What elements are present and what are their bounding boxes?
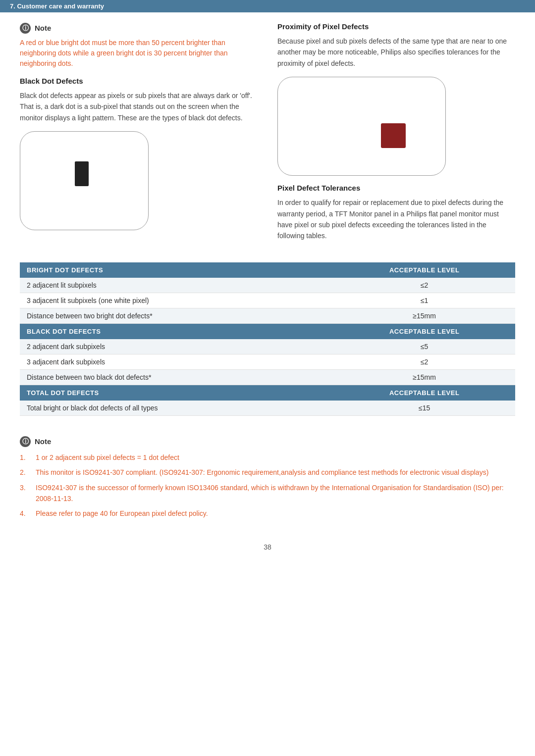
black-row-3-label: Distance between two black dot defects* <box>20 369 333 385</box>
black-dot-header-level: ACCEPTABLE LEVEL <box>333 323 515 339</box>
black-dot-header-label: BLACK DOT DEFECTS <box>20 323 333 339</box>
black-row-1-label: 2 adjacent dark subpixels <box>20 339 333 354</box>
tolerances-heading: Pixel Defect Tolerances <box>277 184 515 192</box>
bottom-note-title: Note <box>35 437 51 446</box>
black-row-3-value: ≥15mm <box>333 369 515 385</box>
bright-dot-header-row: BRIGHT DOT DEFECTS ACCEPTABLE LEVEL <box>20 262 515 278</box>
page-wrapper: 7. Customer care and warranty ⓘ Note A r… <box>0 0 535 756</box>
list-item: 1. 1 or 2 adjacent sub pixel defects = 1… <box>20 452 515 463</box>
note-title: Note <box>35 24 51 32</box>
section-header-text: 7. Customer care and warranty <box>10 2 104 10</box>
list-item: 3. ISO9241-307 is the successor of forme… <box>20 482 515 504</box>
proximity-heading: Proximity of Pixel Defects <box>277 22 515 31</box>
total-dot-header-label: TOTAL DOT DEFECTS <box>20 385 333 401</box>
total-dot-header-row: TOTAL DOT DEFECTS ACCEPTABLE LEVEL <box>20 385 515 401</box>
table-row: Distance between two bright dot defects*… <box>20 308 515 323</box>
left-column: ⓘ Note A red or blue bright dot must be … <box>20 22 272 248</box>
tolerances-section: Pixel Defect Tolerances In order to qual… <box>277 184 515 242</box>
bright-row-2-value: ≤1 <box>333 293 515 308</box>
list-item: 4. Please refer to page 40 for European … <box>20 508 515 519</box>
proximity-section: Proximity of Pixel Defects Because pixel… <box>277 22 515 69</box>
left-pixel-diagram <box>20 131 149 230</box>
right-pixel-dot <box>381 123 406 148</box>
total-row-1-label: Total bright or black dot defects of all… <box>20 401 333 416</box>
bright-dot-header-level: ACCEPTABLE LEVEL <box>333 262 515 278</box>
table-row: 2 adjacent lit subpixels ≤2 <box>20 278 515 293</box>
page-number: 38 <box>0 533 535 556</box>
bottom-note-icon: ⓘ <box>20 436 31 447</box>
black-dot-section: Black Dot Defects Black dot defects appe… <box>20 77 258 123</box>
black-dot-header-row: BLACK DOT DEFECTS ACCEPTABLE LEVEL <box>20 323 515 339</box>
note-icon: ⓘ <box>20 23 31 34</box>
bright-row-1-value: ≤2 <box>333 278 515 293</box>
list-item: 2. This monitor is ISO9241-307 compliant… <box>20 467 515 478</box>
left-pixel-dot <box>75 161 89 186</box>
black-row-2-label: 3 adjacent dark subpixels <box>20 354 333 369</box>
bottom-note-item-3: ISO9241-307 is the successor of formerly… <box>36 482 515 504</box>
note-header-row: ⓘ Note <box>20 22 258 34</box>
bright-row-2-label: 3 adjacent lit subpixels (one white pixe… <box>20 293 333 308</box>
black-dot-heading: Black Dot Defects <box>20 77 258 85</box>
black-dot-body: Black dot defects appear as pixels or su… <box>20 90 258 123</box>
section-header-bar: 7. Customer care and warranty <box>0 0 535 12</box>
bright-row-3-value: ≥15mm <box>333 308 515 323</box>
two-col-layout: ⓘ Note A red or blue bright dot must be … <box>0 12 535 252</box>
bottom-notes-section: ⓘ Note 1. 1 or 2 adjacent sub pixel defe… <box>0 426 535 533</box>
bottom-note-item-1: 1 or 2 adjacent sub pixel defects = 1 do… <box>36 452 179 463</box>
right-pixel-diagram <box>277 77 446 176</box>
bottom-note-list: 1. 1 or 2 adjacent sub pixel defects = 1… <box>20 452 515 519</box>
bright-row-3-label: Distance between two bright dot defects* <box>20 308 333 323</box>
bright-dot-header-label: BRIGHT DOT DEFECTS <box>20 262 333 278</box>
table-row: 3 adjacent lit subpixels (one white pixe… <box>20 293 515 308</box>
tolerances-body: In order to qualify for repair or replac… <box>277 197 515 242</box>
total-row-1-value: ≤15 <box>333 401 515 416</box>
total-dot-header-level: ACCEPTABLE LEVEL <box>333 385 515 401</box>
top-note-block: ⓘ Note A red or blue bright dot must be … <box>20 22 258 69</box>
bottom-note-item-2: This monitor is ISO9241-307 compliant. (… <box>36 467 488 478</box>
black-row-2-value: ≤2 <box>333 354 515 369</box>
bottom-note-header: ⓘ Note <box>20 436 515 447</box>
bright-row-1-label: 2 adjacent lit subpixels <box>20 278 333 293</box>
right-column: Proximity of Pixel Defects Because pixel… <box>272 22 515 248</box>
table-row: Distance between two black dot defects* … <box>20 369 515 385</box>
bottom-note-item-4: Please refer to page 40 for European pix… <box>36 508 208 519</box>
table-row: Total bright or black dot defects of all… <box>20 401 515 416</box>
black-row-1-value: ≤5 <box>333 339 515 354</box>
table-row: 3 adjacent dark subpixels ≤2 <box>20 354 515 369</box>
proximity-body: Because pixel and sub pixels defects of … <box>277 36 515 69</box>
table-row: 2 adjacent dark subpixels ≤5 <box>20 339 515 354</box>
note-text: A red or blue bright dot must be more th… <box>20 38 258 69</box>
defects-table: BRIGHT DOT DEFECTS ACCEPTABLE LEVEL 2 ad… <box>20 262 515 416</box>
